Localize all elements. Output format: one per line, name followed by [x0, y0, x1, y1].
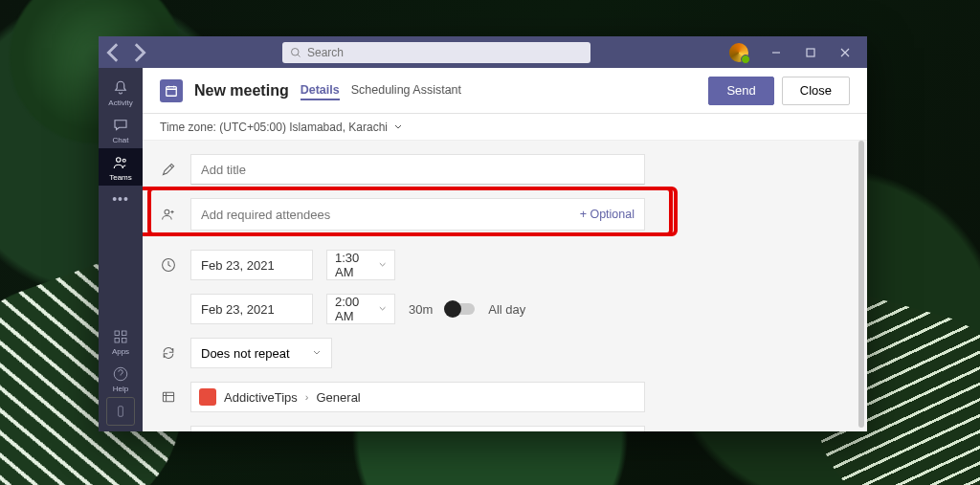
rail-chat-label: Chat — [113, 136, 129, 144]
bell-icon — [112, 79, 129, 97]
svg-rect-4 — [115, 331, 120, 336]
channel-team-name: AddictiveTips — [224, 390, 298, 405]
close-button[interactable]: Close — [782, 77, 850, 105]
device-icon — [114, 405, 127, 418]
channel-picker[interactable]: AddictiveTips › General — [190, 382, 645, 412]
svg-point-3 — [122, 159, 125, 162]
timezone-row[interactable]: Time zone: (UTC+05:00) Islamabad, Karach… — [143, 114, 867, 141]
recurrence-dropdown[interactable]: Does not repeat — [190, 338, 332, 368]
svg-rect-7 — [122, 339, 127, 343]
titlebar — [99, 36, 867, 68]
rail-help[interactable]: Help — [99, 360, 143, 397]
location-row — [160, 426, 850, 431]
svg-point-0 — [292, 48, 300, 55]
start-datetime-row: Feb 23, 2021 1:30 AM — [160, 250, 850, 280]
svg-rect-9 — [119, 407, 123, 417]
svg-rect-5 — [122, 331, 127, 336]
user-avatar[interactable] — [729, 43, 748, 62]
search-box[interactable] — [282, 42, 590, 63]
add-optional-attendees-link[interactable]: + Optional — [580, 208, 635, 221]
rail-device[interactable] — [106, 397, 135, 426]
nav-back-button[interactable] — [104, 42, 125, 63]
repeat-row: Does not repeat — [160, 338, 850, 368]
window-close-button[interactable] — [829, 39, 861, 66]
team-avatar-chip — [199, 388, 216, 406]
chevron-right-icon — [127, 42, 148, 63]
chat-icon — [112, 117, 129, 134]
rail-help-label: Help — [113, 385, 128, 393]
clock-icon — [160, 257, 177, 273]
maximize-icon — [806, 48, 815, 57]
calendar-icon — [165, 84, 178, 98]
attendees-row: + Optional — [160, 198, 850, 231]
app-rail: Activity Chat Teams ••• Apps — [99, 68, 143, 431]
meeting-toolbar: New meeting Details Scheduling Assistant… — [143, 68, 867, 114]
start-date-picker[interactable]: Feb 23, 2021 — [190, 250, 313, 280]
meeting-form: + Optional Feb 23, 2021 1:30 AM Feb — [143, 141, 867, 431]
all-day-toggle[interactable] — [446, 303, 475, 315]
close-icon — [840, 48, 850, 57]
required-attendees-input[interactable] — [201, 208, 580, 222]
window-maximize-button[interactable] — [794, 39, 827, 66]
chevron-down-icon — [378, 304, 387, 314]
pencil-icon — [160, 162, 177, 177]
end-datetime-row: Feb 23, 2021 2:00 AM 30m All day — [160, 294, 850, 324]
rail-teams[interactable]: Teams — [99, 148, 143, 186]
svg-rect-10 — [167, 86, 177, 96]
minimize-icon — [771, 48, 781, 57]
duration-label: 30m — [409, 302, 433, 317]
svg-rect-6 — [115, 339, 120, 343]
person-add-icon — [160, 207, 177, 222]
svg-point-2 — [117, 158, 122, 163]
start-time-picker[interactable]: 1:30 AM — [326, 250, 395, 280]
search-input[interactable] — [307, 46, 583, 59]
more-icon: ••• — [112, 191, 129, 207]
app-window: Activity Chat Teams ••• Apps — [99, 36, 867, 431]
rail-apps-label: Apps — [112, 347, 129, 356]
channel-icon — [160, 389, 177, 405]
apps-icon — [112, 328, 129, 345]
repeat-icon — [160, 345, 177, 361]
main-panel: New meeting Details Scheduling Assistant… — [143, 68, 867, 431]
page-title: New meeting — [194, 82, 289, 99]
rail-activity[interactable]: Activity — [99, 74, 143, 111]
rail-activity-label: Activity — [108, 99, 132, 107]
chevron-down-icon — [378, 260, 387, 270]
rail-chat[interactable]: Chat — [99, 111, 143, 148]
chevron-right-icon: › — [305, 391, 309, 403]
chevron-down-icon — [312, 348, 322, 358]
tab-details[interactable]: Details — [301, 81, 340, 100]
chevron-left-icon — [104, 42, 125, 63]
scrollbar[interactable] — [858, 141, 864, 428]
title-row — [160, 154, 850, 185]
help-icon — [112, 365, 129, 383]
window-minimize-button[interactable] — [760, 39, 792, 66]
svg-rect-1 — [807, 49, 814, 56]
timezone-label: Time zone: (UTC+05:00) Islamabad, Karach… — [160, 121, 388, 134]
chevron-down-icon — [393, 122, 403, 132]
svg-rect-13 — [163, 392, 173, 402]
send-button[interactable]: Send — [708, 77, 773, 105]
rail-more[interactable]: ••• — [99, 186, 143, 210]
channel-name: General — [317, 390, 361, 405]
rail-teams-label: Teams — [109, 173, 132, 182]
nav-forward-button[interactable] — [127, 42, 148, 63]
title-input[interactable] — [201, 163, 635, 177]
channel-row: AddictiveTips › General — [160, 382, 850, 412]
end-time-picker[interactable]: 2:00 AM — [326, 294, 395, 324]
svg-point-11 — [165, 209, 169, 214]
tab-scheduling-assistant[interactable]: Scheduling Assistant — [351, 81, 461, 100]
end-date-picker[interactable]: Feb 23, 2021 — [190, 294, 313, 324]
all-day-label: All day — [488, 302, 525, 317]
teams-icon — [112, 154, 129, 171]
calendar-app-icon — [160, 79, 183, 102]
rail-apps[interactable]: Apps — [99, 322, 143, 360]
search-icon — [290, 47, 301, 58]
